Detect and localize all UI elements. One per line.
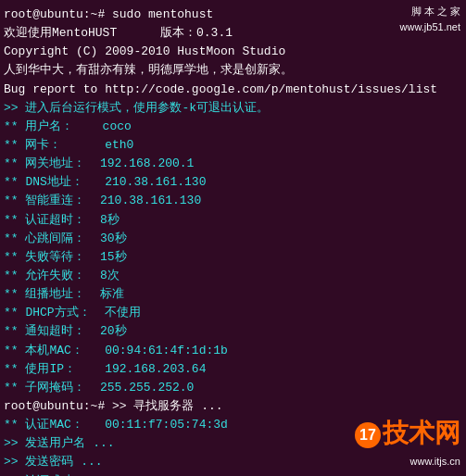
terminal-line: ** 认证超时： 8秒 xyxy=(4,211,462,230)
terminal-line: ** DNS地址： 210.38.161.130 xyxy=(4,173,462,192)
terminal-line: ** 组播地址： 标准 xyxy=(4,285,462,304)
terminal-line: Bug report to http://code.google.com/p/m… xyxy=(4,81,462,99)
terminal-line: >> 进入后台运行模式，使用参数-k可退出认证。 xyxy=(4,99,462,118)
watermark-top: 脚 本 之 家 www.jb51.net xyxy=(400,4,460,34)
watermark-url-top: www.jb51.net xyxy=(400,19,460,35)
terminal-line: >> 认证成功！ xyxy=(4,472,462,476)
terminal-line: ** 网卡： eth0 xyxy=(4,136,462,155)
terminal-line: Copyright (C) 2009-2010 HustMoon Studio xyxy=(4,43,462,61)
terminal-line: 欢迎使用MentoHUST 版本：0.3.1 xyxy=(4,24,462,43)
terminal-line: 人到华中大，有甜亦有辣，明德厚学地，求是创新家。 xyxy=(4,61,462,80)
terminal-line: ** DHCP方式： 不使用 xyxy=(4,304,462,322)
terminal-line: root@ubuntu:~# >> 寻找服务器 ... xyxy=(4,397,462,416)
terminal-line: ** 网关地址： 192.168.200.1 xyxy=(4,155,462,173)
terminal-content: root@ubuntu:~# sudo mentohust欢迎使用MentoHU… xyxy=(4,6,462,476)
watermark-site-name: 脚 本 之 家 xyxy=(400,4,460,19)
terminal-line: ** 智能重连： 210.38.161.130 xyxy=(4,192,462,210)
terminal-line: ** 本机MAC： 00:94:61:4f:1d:1b xyxy=(4,342,462,360)
watermark-url-bottom: www.itjs.cn xyxy=(410,456,460,467)
logo-17tech: 17技术网 xyxy=(355,420,460,448)
logo-circle: 17 xyxy=(355,422,381,448)
terminal-line: ** 心跳间隔： 30秒 xyxy=(4,230,462,248)
terminal-window: 脚 本 之 家 www.jb51.net root@ubuntu:~# sudo… xyxy=(0,0,466,476)
terminal-line: ** 子网掩码： 255.255.252.0 xyxy=(4,379,462,397)
terminal-line: ** 失败等待： 15秒 xyxy=(4,248,462,267)
terminal-line: ** 通知超时： 20秒 xyxy=(4,322,462,341)
terminal-line: >> 发送密码 ... xyxy=(4,453,462,471)
terminal-line: root@ubuntu:~# sudo mentohust xyxy=(4,6,462,24)
terminal-line: ** 使用IP： 192.168.203.64 xyxy=(4,360,462,379)
terminal-line: ** 用户名： coco xyxy=(4,118,462,136)
terminal-line: ** 允许失败： 8次 xyxy=(4,267,462,285)
